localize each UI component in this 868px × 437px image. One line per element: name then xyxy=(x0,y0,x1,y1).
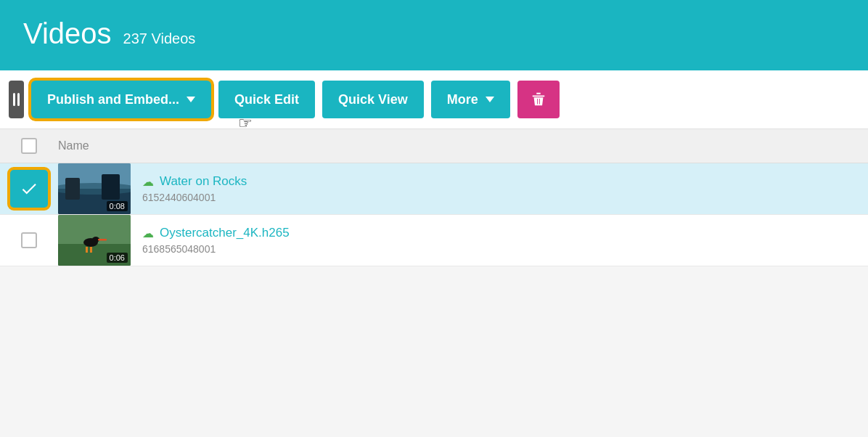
row-2-id: 6168565048001 xyxy=(142,243,868,255)
video-table: Name 0 xyxy=(0,129,868,266)
quick-edit-label: Quick Edit xyxy=(234,92,299,107)
row-2-name-area: ☁ Oystercatcher_4K.h265 xyxy=(142,226,868,240)
row-2-thumbnail-cell: 0:06 xyxy=(58,215,131,266)
row-2-duration: 0:06 xyxy=(107,253,128,263)
row-1-thumbnail-cell: 0:08 xyxy=(58,163,131,214)
checkmark-icon xyxy=(20,179,38,198)
svg-rect-10 xyxy=(86,247,88,253)
svg-rect-11 xyxy=(90,247,92,253)
publish-embed-button[interactable]: Publish and Embed... xyxy=(31,81,211,118)
page-header: Videos 237 Videos xyxy=(0,0,868,70)
quick-edit-button[interactable]: Quick Edit xyxy=(218,81,315,118)
name-column-header: Name xyxy=(58,139,868,152)
svg-rect-9 xyxy=(98,239,107,241)
toolbar: Publish and Embed... ☞ Quick Edit Quick … xyxy=(0,70,868,129)
quick-view-label: Quick View xyxy=(338,92,408,107)
row-2-checkbox[interactable] xyxy=(21,232,37,248)
more-button[interactable]: More xyxy=(431,81,510,118)
svg-rect-4 xyxy=(102,174,120,200)
row-check-cell-2 xyxy=(0,232,58,248)
select-all-checkbox[interactable] xyxy=(21,138,37,154)
table-row: 0:06 ☁ Oystercatcher_4K.h265 61685650480… xyxy=(0,215,868,266)
row-2-info: ☁ Oystercatcher_4K.h265 6168565048001 xyxy=(142,226,868,255)
delete-button[interactable] xyxy=(517,81,560,118)
publish-embed-wrapper: Publish and Embed... xyxy=(31,81,211,118)
publish-chevron-icon xyxy=(187,97,195,102)
svg-rect-3 xyxy=(65,178,80,200)
more-label: More xyxy=(447,92,478,107)
row-check-cell-1 xyxy=(0,170,58,208)
drag-handle[interactable] xyxy=(9,81,24,118)
row-1-title[interactable]: Water on Rocks xyxy=(160,174,247,189)
header-check-cell xyxy=(0,138,58,154)
row-1-checkbox[interactable] xyxy=(10,170,48,208)
row-1-info: ☁ Water on Rocks 6152440604001 xyxy=(142,174,868,203)
page-title: Videos xyxy=(23,17,112,50)
publish-embed-label: Publish and Embed... xyxy=(47,92,179,107)
table-header-row: Name xyxy=(0,129,868,163)
video-count: 237 Videos xyxy=(123,30,196,47)
cloud-icon-2: ☁ xyxy=(142,226,154,240)
row-1-name-area: ☁ Water on Rocks xyxy=(142,174,868,189)
row-1-duration: 0:08 xyxy=(107,201,128,211)
row-1-id: 6152440604001 xyxy=(142,192,868,203)
row-2-title[interactable]: Oystercatcher_4K.h265 xyxy=(160,226,290,240)
quick-view-button[interactable]: Quick View xyxy=(322,81,424,118)
selected-checkbox-wrapper xyxy=(10,170,48,208)
cloud-icon-1: ☁ xyxy=(142,175,154,189)
table-row: 0:08 ☁ Water on Rocks 6152440604001 xyxy=(0,163,868,215)
trash-icon xyxy=(531,91,546,107)
more-chevron-icon xyxy=(486,97,494,102)
